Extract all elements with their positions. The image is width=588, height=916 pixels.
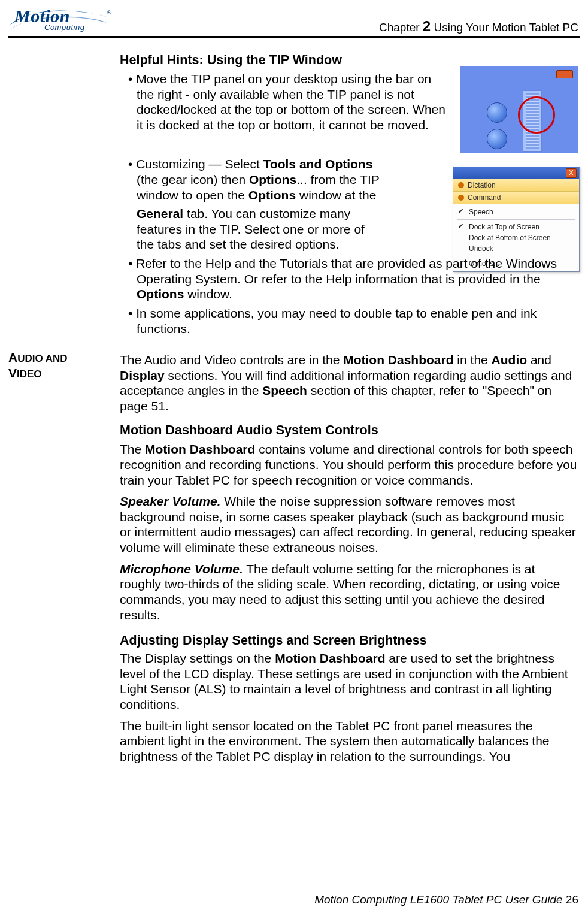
heading-motion-dashboard-audio: Motion Dashboard Audio System Controls [120,423,578,438]
chapter-prefix: Chapter [379,21,423,34]
chapter-heading: Chapter 2 Using Your Motion Tablet PC [379,18,578,35]
page-number: 26 [566,893,578,906]
heading-display-settings: Adjusting Display Settings and Screen Br… [120,633,578,648]
margin-label-audio-video: AUDIO ANDVIDEO [8,350,110,382]
page-footer: Motion Computing LE1600 Tablet PC User G… [314,893,578,906]
bullet-refer-help: • Refer to the Help and the Tutorials th… [120,256,578,302]
bullet-customizing: • Customizing — Select Tools and Options… [120,156,383,202]
bullet-move-tip: • Move the TIP panel on your desktop usi… [120,71,450,132]
content-area: X Dictation Command Speech Dock at Top o… [8,46,580,880]
para-display-settings: The Display settings on the Motion Dashb… [120,651,578,712]
section-title-tip-hints: Helpful Hints: Using the TIP Window [120,53,578,68]
para-microphone-volume: Microphone Volume. The default volume se… [120,561,578,622]
footer-rule [8,888,580,888]
para-av-intro: The Audio and Video controls are in the … [120,352,578,413]
para-motion-dashboard: The Motion Dashboard contains volume and… [120,442,578,488]
footer-text: Motion Computing LE1600 Tablet PC User G… [314,893,566,906]
header-rule [8,36,580,38]
bullet-double-tap: • In some applications, you may need to … [120,306,578,336]
bullet-customizing-cont: General tab. You can customize many feat… [120,206,383,252]
logo-sub-text: Computing [44,23,84,32]
para-light-sensor: The built-in light sensor located on the… [120,718,578,764]
para-speaker-volume: Speaker Volume. While the noise suppress… [120,494,578,555]
page-header: Motion ® Computing Chapter 2 Using Your … [0,0,588,44]
chapter-title: Using Your Motion Tablet PC [431,21,578,34]
registered-mark: ® [107,10,111,16]
brand-logo: Motion ® Computing [8,5,108,34]
chapter-number: 2 [423,18,431,34]
